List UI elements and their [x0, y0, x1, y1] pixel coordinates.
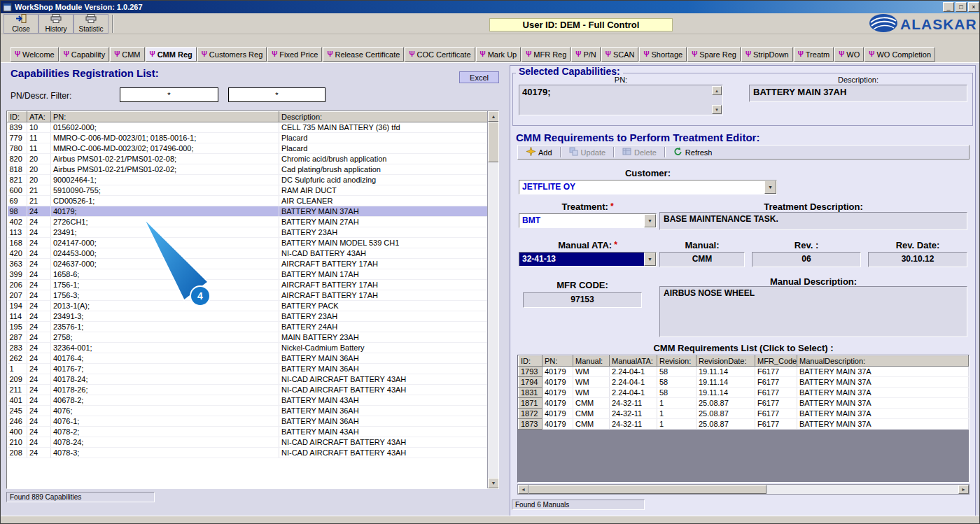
table-row[interactable]: 42024024453-000;NI-CAD BATTERY 43AH [8, 248, 488, 259]
table-cell[interactable]: AIR CLEANER [279, 196, 488, 206]
pn-filter-input[interactable] [120, 87, 218, 102]
table-cell[interactable]: 40678-2; [51, 395, 279, 406]
table-cell[interactable]: BATTERY MAIN 37AH [279, 206, 488, 217]
table-cell[interactable]: 4078-2; [51, 427, 279, 437]
table-cell[interactable]: 5910090-755; [51, 185, 279, 196]
table-cell[interactable]: 1794 [519, 377, 542, 388]
table-cell[interactable]: NI-CAD AIRCRAFT BATTERY 43AH [279, 385, 488, 395]
tab-fixed-price[interactable]: ΨFixed Price [267, 47, 322, 62]
table-cell[interactable]: 20 [27, 164, 51, 175]
customer-dropdown[interactable]: JETFLITE OY ▼ [519, 180, 777, 194]
table-cell[interactable]: RAM AIR DUCT [279, 185, 488, 196]
table-row[interactable]: 81820Airbus PMS01-02-21/PMS01-02-02;Cad … [8, 164, 488, 175]
tab-shortage[interactable]: ΨShortage [639, 47, 687, 62]
table-cell[interactable]: 206 [8, 280, 27, 290]
table-cell[interactable]: 90002464-1; [51, 175, 279, 185]
table-cell[interactable]: 024453-000; [51, 248, 279, 259]
update-button[interactable]: Update [564, 146, 611, 158]
table-cell[interactable]: 24 [27, 437, 51, 448]
table-row[interactable]: 187340179CMM24-32-11125.08.87F6177BATTER… [519, 419, 969, 430]
table-cell[interactable]: 1 [657, 419, 696, 430]
table-cell[interactable]: 24 [27, 301, 51, 311]
table-cell[interactable]: WM [573, 367, 610, 377]
table-row[interactable]: 77911MMRO-C-006-MD-0023/01; 0185-0016-1;… [8, 133, 488, 143]
table-cell[interactable]: 40179 [542, 388, 573, 398]
table-cell[interactable]: Placard [279, 143, 488, 154]
table-row[interactable]: 2832432364-001;Nickel-Cadmium Battery [8, 343, 488, 353]
table-cell[interactable]: 58 [657, 388, 696, 398]
table-cell[interactable]: F6177 [755, 419, 797, 430]
tab-release-certificate[interactable]: ΨRelease Certificate [323, 47, 404, 62]
table-cell[interactable]: BATTERY MAIN 43AH [279, 395, 488, 406]
table-cell[interactable]: 23491-3; [51, 311, 279, 322]
table-cell[interactable]: Placard [279, 133, 488, 143]
table-cell[interactable]: BATTERY MAIN 36AH [279, 416, 488, 427]
table-cell[interactable]: 1873 [519, 419, 542, 430]
table-cell[interactable]: 4076; [51, 406, 279, 416]
table-cell[interactable]: 24 [27, 406, 51, 416]
table-cell[interactable]: F6177 [755, 388, 797, 398]
table-cell[interactable]: 40179 [542, 409, 573, 419]
table-cell[interactable]: 24 [27, 269, 51, 280]
table-cell[interactable]: 246 [8, 416, 27, 427]
table-cell[interactable]: 24 [27, 322, 51, 332]
table-cell[interactable]: Nickel-Cadmium Battery [279, 343, 488, 353]
dropdown-arrow-icon[interactable]: ▼ [644, 253, 656, 266]
history-button[interactable]: History [38, 14, 74, 34]
table-row[interactable]: 246244076-1;BATTERY MAIN 36AH [8, 416, 488, 427]
table-cell[interactable]: 40179 [542, 419, 573, 430]
table-cell[interactable]: AIRCRAFT BATTERY 17AH [279, 280, 488, 290]
table-cell[interactable]: BATTERY MAIN 36AH [279, 406, 488, 416]
table-cell[interactable]: 1 [8, 364, 27, 374]
table-cell[interactable]: 1831 [519, 388, 542, 398]
table-cell[interactable]: 401 [8, 395, 27, 406]
table-cell[interactable]: 207 [8, 290, 27, 301]
table-row[interactable]: 6921CD00526-1;AIR CLEANER [8, 196, 488, 206]
table-cell[interactable]: 015602-000; [51, 122, 279, 133]
table-cell[interactable]: 11 [27, 133, 51, 143]
tab-coc-certificate[interactable]: ΨCOC Certificate [405, 47, 475, 62]
table-cell[interactable]: 113 [8, 227, 27, 238]
table-cell[interactable]: BATTERY MAIN 36AH [279, 353, 488, 364]
table-row[interactable]: 206241756-1;AIRCRAFT BATTERY 17AH [8, 280, 488, 290]
table-cell[interactable]: 24 [27, 332, 51, 343]
table-row[interactable]: 4012440678-2;BATTERY MAIN 43AH [8, 395, 488, 406]
table-cell[interactable]: 2.24-04-1 [610, 367, 657, 377]
horizontal-scrollbar[interactable]: ◄ ► [517, 484, 969, 495]
excel-button[interactable]: Excel [459, 71, 499, 83]
table-cell[interactable]: 818 [8, 164, 27, 175]
table-cell[interactable]: 20 [27, 154, 51, 164]
table-cell[interactable]: 24 [27, 385, 51, 395]
table-cell[interactable]: 40176-4; [51, 353, 279, 364]
table-cell[interactable]: 24 [27, 217, 51, 227]
table-cell[interactable]: 24 [27, 248, 51, 259]
table-cell[interactable]: 40178-26; [51, 385, 279, 395]
table-row[interactable]: 210244078-24;NI-CAD AIRCRAFT BATTERY 43A… [8, 437, 488, 448]
table-cell[interactable]: Airbus PMS01-02-21/PMS01-02-08; [51, 154, 279, 164]
table-cell[interactable]: 839 [8, 122, 27, 133]
table-cell[interactable]: WM [573, 388, 610, 398]
tab-wo[interactable]: ΨWO [834, 47, 864, 62]
table-cell[interactable]: NI-CAD AIRCRAFT BATTERY 43AH [279, 448, 488, 458]
table-cell[interactable]: 20 [27, 175, 51, 185]
table-cell[interactable]: 245 [8, 406, 27, 416]
scroll-up-button[interactable]: ▲ [488, 111, 499, 122]
table-row[interactable]: 400244078-2;BATTERY MAIN 43AH [8, 427, 488, 437]
table-cell[interactable]: 402 [8, 217, 27, 227]
pn-scroll-up-icon[interactable]: ▲ [712, 86, 722, 95]
table-cell[interactable]: BATTERY MAIN 36AH [279, 364, 488, 374]
table-cell[interactable]: 24 [27, 206, 51, 217]
table-cell[interactable]: 363 [8, 259, 27, 269]
pn-scroll-down-icon[interactable]: ▼ [712, 105, 722, 114]
table-cell[interactable]: 58 [657, 377, 696, 388]
column-header[interactable]: PN: [542, 356, 573, 367]
table-cell[interactable]: CD00526-1; [51, 196, 279, 206]
hscrollbar-thumb[interactable] [528, 485, 766, 494]
table-cell[interactable]: 24 [27, 353, 51, 364]
table-cell[interactable]: BATTERY PACK [279, 301, 488, 311]
table-cell[interactable]: 400 [8, 427, 27, 437]
table-cell[interactable]: 780 [8, 143, 27, 154]
table-cell[interactable]: BATTERY 24AH [279, 322, 488, 332]
table-row[interactable]: 82020Airbus PMS01-02-21/PMS01-02-08;Chro… [8, 154, 488, 164]
table-cell[interactable]: 21 [27, 196, 51, 206]
